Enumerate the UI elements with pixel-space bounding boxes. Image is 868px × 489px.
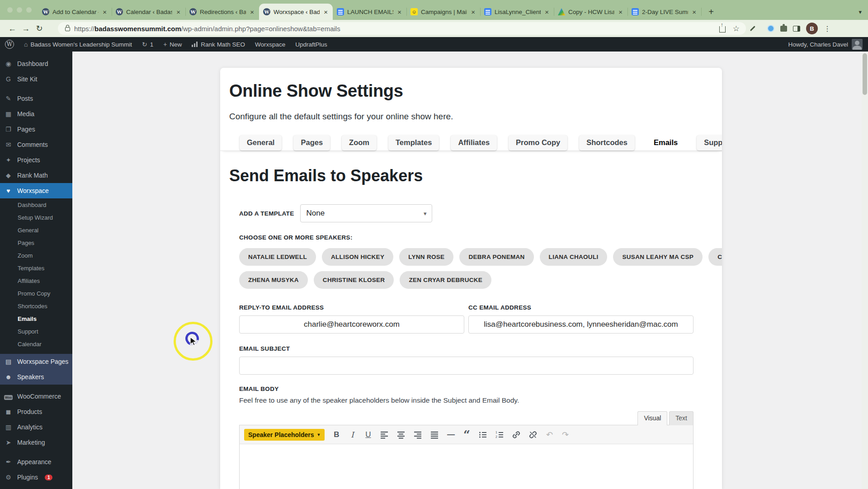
- tab-general[interactable]: General: [240, 135, 282, 150]
- page-scrollbar[interactable]: [862, 37, 868, 489]
- admin-bar-updates[interactable]: ↻ 1: [137, 37, 158, 52]
- tab-close-icon[interactable]: ×: [249, 8, 255, 16]
- speaker-pill[interactable]: CINDY ERTMAN: [708, 248, 722, 266]
- sidebar-item-woocommerce[interactable]: WooWooCommerce: [0, 389, 72, 404]
- submenu-item-shortcodes[interactable]: Shortcodes: [0, 300, 72, 312]
- speaker-pill[interactable]: DEBRA PONEMAN: [459, 248, 533, 266]
- speaker-pill[interactable]: CHRISTINE KLOSER: [314, 271, 394, 289]
- tab-close-icon[interactable]: ×: [470, 8, 476, 16]
- tab-close-icon[interactable]: ×: [691, 8, 697, 16]
- template-select[interactable]: None ▾: [300, 204, 432, 222]
- justify-button[interactable]: [430, 430, 439, 439]
- speaker-placeholders-dropdown[interactable]: Speaker Placeholders ▼: [244, 429, 325, 441]
- sidebar-item-worxspace[interactable]: ♥Worxspace: [0, 183, 72, 198]
- underline-button[interactable]: U: [364, 430, 372, 439]
- browser-tab[interactable]: W Calendar ‹ Badass Wo ×: [112, 4, 185, 20]
- email-subject-input[interactable]: [239, 357, 693, 375]
- submenu-item-zoom[interactable]: Zoom: [0, 249, 72, 262]
- browser-tab[interactable]: Copy - HCW Lisa Kai ×: [554, 4, 627, 20]
- sidebar-item-worxspace-pages[interactable]: ▤Worxspace Pages: [0, 354, 72, 369]
- browser-menu-icon[interactable]: ⋮: [824, 24, 831, 33]
- tab-close-icon[interactable]: ×: [544, 8, 550, 16]
- italic-button[interactable]: I: [348, 430, 356, 439]
- blue-extension-icon[interactable]: [767, 25, 774, 32]
- submenu-item-pages[interactable]: Pages: [0, 236, 72, 249]
- tab-close-icon[interactable]: ×: [102, 8, 108, 16]
- bulleted-list-button[interactable]: [478, 430, 487, 439]
- submenu-item-support[interactable]: Support: [0, 325, 72, 338]
- admin-bar-new[interactable]: + New: [158, 37, 187, 52]
- browser-tab-active[interactable]: W Worxspace ‹ Badass W ×: [259, 4, 333, 20]
- tab-close-icon[interactable]: ×: [396, 8, 402, 16]
- submenu-item-calendar[interactable]: Calendar: [0, 338, 72, 350]
- editor-text-tab[interactable]: Text: [669, 411, 693, 425]
- lock-icon[interactable]: [65, 27, 70, 31]
- tab-close-icon[interactable]: ×: [618, 8, 623, 16]
- share-icon[interactable]: [719, 26, 726, 33]
- browser-profile-avatar[interactable]: B: [806, 23, 818, 34]
- sidebar-item-products[interactable]: ◼Products: [0, 404, 72, 419]
- admin-bar-worxspace[interactable]: Worxspace: [250, 37, 290, 52]
- align-left-button[interactable]: [380, 430, 389, 439]
- tab-pages[interactable]: Pages: [293, 135, 330, 150]
- unlink-button[interactable]: [528, 430, 538, 439]
- forward-icon[interactable]: →: [19, 22, 33, 35]
- browser-tab[interactable]: W Add to Calendar – Bad ×: [38, 4, 112, 20]
- tab-close-icon[interactable]: ×: [323, 8, 329, 16]
- user-avatar[interactable]: [852, 39, 863, 50]
- side-panel-icon[interactable]: [793, 26, 800, 32]
- speaker-pill[interactable]: ALLISON HICKEY: [322, 248, 393, 266]
- speaker-pill[interactable]: NATALIE LEDWELL: [239, 248, 316, 266]
- sidebar-item-pages[interactable]: ❐Pages: [0, 122, 72, 137]
- tab-support[interactable]: Support: [697, 135, 722, 150]
- sidebar-item-comments[interactable]: ✉Comments: [0, 137, 72, 152]
- window-minimize-dot[interactable]: [17, 7, 22, 13]
- submenu-item-templates[interactable]: Templates: [0, 262, 72, 274]
- submenu-item-dashboard[interactable]: Dashboard: [0, 198, 72, 211]
- sidebar-item-marketing[interactable]: ➤Marketing: [0, 435, 72, 450]
- tab-search-chevron-icon[interactable]: ▾: [859, 9, 862, 15]
- wp-logo-menu[interactable]: W: [0, 37, 19, 52]
- bookmark-star-icon[interactable]: ☆: [733, 24, 740, 33]
- sidebar-item-site-kit[interactable]: GSite Kit: [0, 71, 72, 87]
- tab-promo-copy[interactable]: Promo Copy: [509, 135, 567, 150]
- redo-button[interactable]: ↷: [561, 430, 569, 440]
- align-right-button[interactable]: [413, 430, 422, 439]
- browser-tab[interactable]: LAUNCH EMAILS.doc ×: [333, 4, 406, 20]
- speaker-pill[interactable]: ZEN CRYAR DEBRUCKE: [400, 271, 491, 289]
- submenu-item-affiliates[interactable]: Affiliates: [0, 274, 72, 287]
- tab-zoom[interactable]: Zoom: [342, 135, 377, 150]
- speaker-pill[interactable]: LIANA CHAOULI: [540, 248, 608, 266]
- window-zoom-dot[interactable]: [26, 7, 32, 13]
- speaker-pill[interactable]: LYNN ROSE: [399, 248, 453, 266]
- tab-emails[interactable]: Emails: [646, 135, 685, 150]
- sidebar-item-posts[interactable]: ✎Posts: [0, 91, 72, 106]
- cc-input[interactable]: [468, 315, 693, 334]
- submenu-item-emails[interactable]: Emails: [0, 312, 72, 325]
- link-button[interactable]: [512, 430, 521, 439]
- submenu-item-setup-wizard[interactable]: Setup Wizard: [0, 211, 72, 224]
- align-center-button[interactable]: [396, 430, 406, 439]
- speaker-pill[interactable]: SUSAN LEAHY MA CSP: [613, 248, 703, 266]
- sidebar-item-media[interactable]: ▦Media: [0, 106, 72, 122]
- window-close-dot[interactable]: [7, 7, 13, 13]
- numbered-list-button[interactable]: 12: [495, 430, 504, 439]
- submenu-item-promo-copy[interactable]: Promo Copy: [0, 287, 72, 300]
- sidebar-item-rank-math[interactable]: ◆Rank Math: [0, 168, 72, 183]
- colorpick-extension-icon[interactable]: [754, 25, 761, 32]
- submenu-item-general[interactable]: General: [0, 224, 72, 236]
- editor-content-area[interactable]: [240, 444, 693, 489]
- admin-bar-rank-math[interactable]: Rank Math SEO: [187, 37, 250, 52]
- sidebar-item-speakers[interactable]: ☻Speakers: [0, 369, 72, 385]
- horizontal-rule-button[interactable]: —: [447, 430, 455, 439]
- speaker-pill[interactable]: ZHENA MUSYKA: [239, 271, 308, 289]
- tab-affiliates[interactable]: Affiliates: [451, 135, 497, 150]
- browser-tab[interactable]: ☺ Campaigns | Mailchim ×: [406, 4, 480, 20]
- sidebar-item-appearance[interactable]: ✒Appearance: [0, 454, 72, 470]
- editor-visual-tab[interactable]: Visual: [637, 411, 667, 425]
- blockquote-button[interactable]: “: [462, 432, 471, 438]
- howdy-label[interactable]: Howdy, Charles Davel: [788, 41, 848, 48]
- browser-tab[interactable]: LisaLynne_Client Log ×: [480, 4, 554, 20]
- new-tab-button[interactable]: +: [705, 5, 717, 18]
- reload-icon[interactable]: ↻: [33, 22, 46, 35]
